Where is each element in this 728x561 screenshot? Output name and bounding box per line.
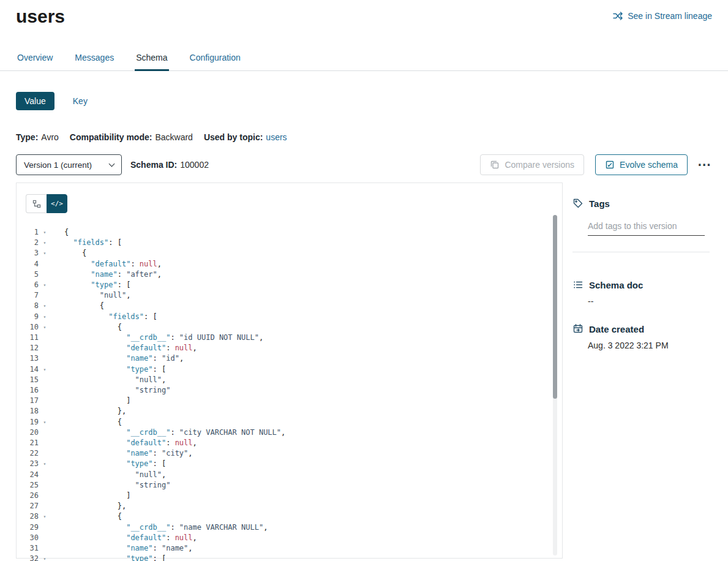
used-by-topic-label: Used by topic:	[204, 132, 263, 142]
fold-spacer	[39, 480, 51, 491]
tab-overview[interactable]: Overview	[16, 53, 54, 70]
stream-lineage-link[interactable]: See in Stream lineage	[613, 11, 712, 21]
main-content: </> 1▾{2▾ "fields": [3▾ {4 "default": nu…	[16, 183, 712, 559]
tags-section-header: Tags	[572, 198, 707, 209]
fold-spacer	[39, 353, 51, 364]
code-text: "default": null,	[64, 259, 162, 269]
code-text: {	[64, 227, 69, 238]
code-line: 5 "name": "after",	[17, 269, 549, 280]
schema-metadata: Type: Avro Compatibility mode: Backward …	[16, 132, 712, 142]
schema-viewer-panel: </> 1▾{2▾ "fields": [3▾ {4 "default": nu…	[16, 183, 563, 559]
line-number: 3	[17, 248, 39, 258]
tree-view-button[interactable]	[26, 194, 47, 213]
tab-schema[interactable]: Schema	[135, 53, 168, 70]
fold-collapse-icon[interactable]: ▾	[39, 238, 51, 248]
code-line: 8▾ {	[17, 301, 549, 311]
line-number: 29	[17, 522, 39, 533]
code-text: {	[64, 322, 122, 333]
schema-doc-title: Schema doc	[589, 280, 643, 290]
calendar-icon	[572, 323, 584, 334]
fold-spacer	[39, 290, 51, 301]
type-label: Type:	[16, 132, 38, 142]
code-line: 29 "__crdb__": "name VARCHAR NULL",	[17, 522, 549, 533]
line-number: 2	[17, 238, 39, 248]
code-text: "string"	[64, 480, 170, 491]
scrollbar[interactable]	[553, 215, 557, 555]
tab-configuration[interactable]: Configuration	[189, 53, 242, 70]
line-number: 15	[17, 375, 39, 385]
compare-versions-button[interactable]: Compare versions	[480, 154, 584, 175]
code-text: "type": [	[64, 459, 166, 469]
tags-input[interactable]	[588, 220, 705, 236]
fold-collapse-icon[interactable]: ▾	[39, 301, 51, 311]
chevron-down-icon	[109, 160, 115, 167]
line-number: 22	[17, 448, 39, 459]
page-title: users	[16, 6, 65, 27]
version-select-value: Version 1 (current)	[24, 160, 92, 170]
compare-versions-icon	[490, 160, 500, 170]
schema-page: users See in Stream lineage Overview Mes…	[0, 0, 728, 559]
code-text: "type": [	[64, 554, 166, 561]
code-text: "type": [	[64, 280, 130, 290]
schema-id-value: 100002	[180, 160, 209, 170]
code-text: "name": "city",	[64, 448, 193, 459]
code-line: 10▾ {	[17, 322, 549, 333]
code-line: 18 },	[17, 406, 549, 416]
key-toggle-button[interactable]: Key	[69, 96, 91, 107]
line-number: 21	[17, 438, 39, 448]
date-created-title: Date created	[589, 324, 644, 334]
code-line: 26 ]	[17, 491, 549, 501]
code-view-button[interactable]: </>	[47, 194, 67, 213]
fold-collapse-icon[interactable]: ▾	[39, 248, 51, 258]
fold-spacer	[39, 491, 51, 501]
code-text: "__crdb__": "city VARCHAR NOT NULL",	[64, 427, 285, 438]
fold-spacer	[39, 448, 51, 459]
edit-schema-icon	[605, 160, 615, 170]
code-text: "name": "id",	[64, 353, 184, 364]
evolve-schema-label: Evolve schema	[620, 160, 678, 170]
fold-spacer	[39, 269, 51, 280]
fold-spacer	[39, 259, 51, 269]
code-line: 11 "__crdb__": "id UUID NOT NULL",	[17, 333, 549, 343]
code-line: 19▾ {	[17, 417, 549, 427]
evolve-schema-button[interactable]: Evolve schema	[595, 154, 688, 175]
more-options-button[interactable]: ⋯	[696, 158, 712, 171]
version-select[interactable]: Version 1 (current)	[16, 154, 122, 175]
code-line: 7 "null",	[17, 290, 549, 301]
code-text: "__crdb__": "name VARCHAR NULL",	[64, 522, 268, 533]
code-line: 15 "null",	[17, 375, 549, 385]
line-number: 17	[17, 396, 39, 406]
value-key-toggle: Value Key	[16, 92, 712, 110]
fold-collapse-icon[interactable]: ▾	[39, 280, 51, 290]
code-line: 2▾ "fields": [	[17, 238, 549, 248]
type-value: Avro	[41, 132, 59, 142]
code-line: 30 "default": null,	[17, 533, 549, 543]
date-created-value: Aug. 3 2022 3:21 PM	[588, 341, 707, 350]
tree-view-icon	[32, 199, 42, 209]
fold-collapse-icon[interactable]: ▾	[39, 554, 51, 561]
line-number: 20	[17, 427, 39, 438]
fold-collapse-icon[interactable]: ▾	[39, 227, 51, 238]
line-number: 9	[17, 312, 39, 322]
tab-messages[interactable]: Messages	[73, 53, 115, 70]
fold-collapse-icon[interactable]: ▾	[39, 322, 51, 333]
line-number: 32	[17, 554, 39, 561]
code-line: 6▾ "type": [	[17, 280, 549, 290]
view-mode-toggle: </>	[26, 194, 67, 213]
fold-collapse-icon[interactable]: ▾	[39, 417, 51, 427]
topic-link[interactable]: users	[266, 132, 287, 142]
scrollbar-thumb[interactable]	[553, 215, 557, 399]
line-number: 30	[17, 533, 39, 543]
code-text: },	[64, 501, 126, 511]
fold-collapse-icon[interactable]: ▾	[39, 511, 51, 522]
code-line: 12 "default": null,	[17, 343, 549, 353]
value-toggle-button[interactable]: Value	[16, 92, 54, 110]
fold-collapse-icon[interactable]: ▾	[39, 364, 51, 375]
code-text: "default": null,	[64, 533, 197, 543]
fold-collapse-icon[interactable]: ▾	[39, 459, 51, 469]
fold-collapse-icon[interactable]: ▾	[39, 312, 51, 322]
code-text: "type": [	[64, 364, 166, 375]
line-number: 13	[17, 353, 39, 364]
line-number: 14	[17, 364, 39, 375]
code-text: "default": null,	[64, 343, 197, 353]
